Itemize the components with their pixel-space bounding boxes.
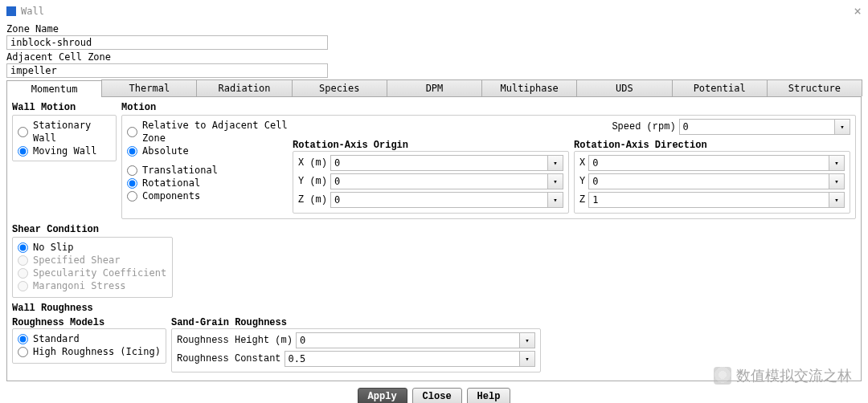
dir-x-dropdown[interactable]: ▾: [829, 155, 845, 171]
tab-species[interactable]: Species: [292, 79, 387, 96]
radio-label: Translational: [142, 164, 218, 177]
adjacent-zone-input[interactable]: [6, 63, 328, 78]
roughness-constant-input[interactable]: [285, 351, 519, 367]
radio-label: Components: [142, 189, 200, 202]
origin-y-dropdown[interactable]: ▾: [547, 173, 563, 189]
radio-stationary-wall[interactable]: [18, 127, 28, 137]
speed-input[interactable]: [679, 119, 834, 135]
tab-momentum[interactable]: Momentum: [6, 80, 102, 97]
radio-specularity-coeff: [18, 268, 28, 279]
radio-label: Moving Wall: [33, 145, 96, 157]
apply-button[interactable]: Apply: [358, 388, 407, 403]
origin-x-input[interactable]: [330, 155, 547, 171]
dir-z-label: Z: [579, 194, 585, 206]
roughness-constant-dropdown[interactable]: ▾: [519, 351, 535, 367]
radio-rotational[interactable]: [127, 178, 137, 189]
tab-potential[interactable]: Potential: [672, 79, 768, 96]
zone-name-label: Zone Name: [6, 23, 862, 35]
radio-roughness-standard[interactable]: [18, 334, 28, 344]
origin-z-input[interactable]: [330, 192, 547, 208]
radio-label: Specified Shear: [33, 254, 120, 267]
sand-grain-title: Sand-Grain Roughness: [171, 317, 541, 328]
adjacent-zone-label: Adjacent Cell Zone: [6, 51, 862, 63]
radio-label: Marangoni Stress: [33, 279, 126, 292]
radio-label: Relative to Adjacent Cell Zone: [142, 119, 288, 145]
dir-x-label: X: [579, 157, 585, 169]
dir-y-label: Y: [579, 176, 585, 187]
close-button[interactable]: Close: [412, 388, 462, 403]
radio-absolute-frame[interactable]: [127, 146, 137, 157]
help-button[interactable]: Help: [467, 388, 511, 403]
tab-thermal[interactable]: Thermal: [101, 79, 197, 96]
window-title: Wall: [21, 6, 44, 17]
dir-z-input[interactable]: [588, 192, 829, 208]
dir-z-dropdown[interactable]: ▾: [829, 192, 845, 208]
radio-translational[interactable]: [127, 165, 137, 176]
origin-x-dropdown[interactable]: ▾: [547, 155, 563, 171]
origin-z-label: Z (m): [298, 194, 327, 206]
radio-components[interactable]: [127, 191, 137, 202]
shear-title: Shear Condition: [12, 224, 856, 235]
tab-multiphase[interactable]: Multiphase: [481, 79, 577, 96]
radio-label: No Slip: [33, 241, 74, 254]
radio-specified-shear: [18, 255, 28, 266]
app-icon: [6, 6, 16, 16]
radio-moving-wall[interactable]: [18, 146, 28, 157]
close-icon[interactable]: ×: [854, 3, 862, 18]
speed-dropdown[interactable]: ▾: [834, 119, 850, 135]
speed-label: Speed (rpm): [467, 121, 675, 132]
roughness-height-input[interactable]: [296, 332, 519, 348]
motion-title: Motion: [121, 102, 856, 113]
rotation-direction-title: Rotation-Axis Direction: [574, 140, 850, 151]
radio-roughness-icing[interactable]: [18, 347, 28, 357]
rotation-origin-title: Rotation-Axis Origin: [293, 140, 569, 151]
dir-x-input[interactable]: [588, 155, 829, 171]
radio-label: High Roughness (Icing): [33, 345, 161, 358]
origin-y-label: Y (m): [298, 176, 327, 187]
origin-x-label: X (m): [298, 157, 327, 169]
wall-roughness-title: Wall Roughness: [12, 303, 856, 314]
tab-dpm[interactable]: DPM: [387, 79, 482, 96]
roughness-height-dropdown[interactable]: ▾: [519, 332, 535, 348]
radio-marangoni-stress: [18, 281, 28, 291]
tabstrip: Momentum Thermal Radiation Species DPM M…: [6, 79, 862, 97]
radio-label: Standard: [33, 332, 80, 345]
roughness-constant-label: Roughness Constant: [177, 353, 281, 364]
zone-name-input[interactable]: [6, 35, 328, 50]
tab-structure[interactable]: Structure: [767, 79, 862, 96]
dir-y-dropdown[interactable]: ▾: [829, 173, 845, 189]
tab-uds[interactable]: UDS: [576, 79, 672, 96]
radio-label: Rotational: [142, 177, 200, 189]
radio-no-slip[interactable]: [18, 242, 28, 253]
origin-y-input[interactable]: [330, 173, 547, 189]
radio-label: Stationary Wall: [33, 119, 111, 145]
radio-label: Absolute: [142, 145, 189, 157]
radio-label: Specularity Coefficient: [33, 267, 166, 279]
radio-relative-frame[interactable]: [127, 127, 137, 137]
dir-y-input[interactable]: [588, 173, 829, 189]
tab-radiation[interactable]: Radiation: [196, 79, 292, 96]
roughness-height-label: Roughness Height (m): [177, 335, 293, 346]
roughness-models-title: Roughness Models: [12, 317, 166, 328]
wall-motion-title: Wall Motion: [12, 102, 117, 113]
origin-z-dropdown[interactable]: ▾: [547, 192, 563, 208]
